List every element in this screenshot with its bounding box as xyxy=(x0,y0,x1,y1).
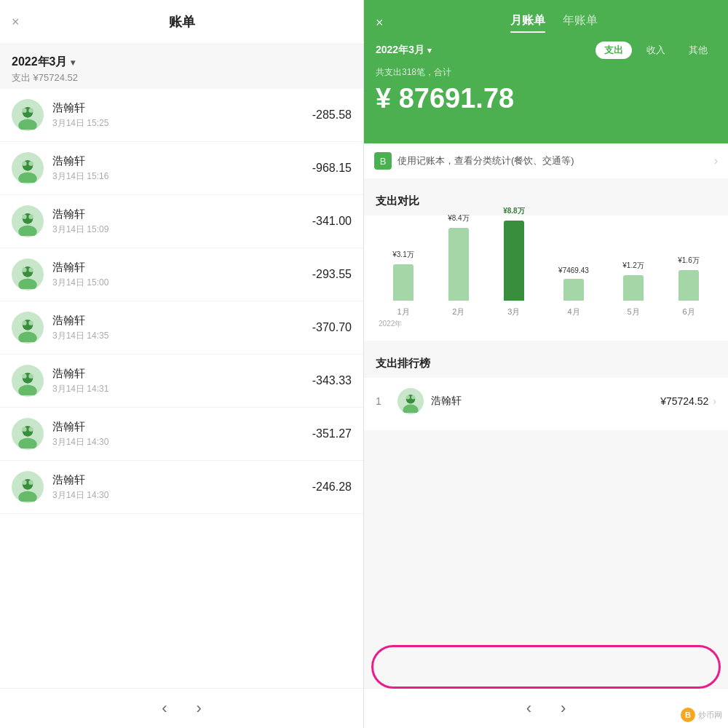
left-panel: × 账单 2022年3月 ▾ 支出 ¥75724.52 浩翰轩 3月14日 15… xyxy=(0,0,364,728)
watermark: B 炒币网 xyxy=(681,708,722,722)
bar-label-bottom-1: 2月 xyxy=(452,306,464,317)
left-nav-next[interactable]: › xyxy=(197,699,202,718)
tx-avatar-0 xyxy=(12,99,44,131)
tx-name-4: 浩翰轩 xyxy=(52,314,312,328)
bar-label-top-1: ¥8.4万 xyxy=(448,213,469,223)
tx-info-7: 浩翰轩 3月14日 14:30 xyxy=(52,473,312,502)
bar-label-top-0: ¥3.1万 xyxy=(392,250,414,260)
tx-avatar-5 xyxy=(12,365,44,397)
chart-area: ¥3.1万1月¥8.4万2月¥8.8万3月¥7469.434月¥1.2万5月¥1… xyxy=(364,215,728,341)
transaction-item-0[interactable]: 浩翰轩 3月14日 15:25 -285.58 xyxy=(0,89,363,142)
tx-time-7: 3月14日 14:30 xyxy=(52,489,312,502)
svg-point-43 xyxy=(406,395,410,399)
right-nav-next[interactable]: › xyxy=(561,699,566,718)
bar-label-bottom-3: 4月 xyxy=(567,306,579,317)
right-nav: ‹ › xyxy=(364,688,728,728)
right-top-bar: × 月账单 年账单 xyxy=(364,0,728,33)
section-expense-compare: 支出对比 xyxy=(364,184,728,215)
svg-point-8 xyxy=(22,161,26,165)
right-body: B 使用记账本，查看分类统计(餐饮、交通等) › 支出对比 ¥3.1万1月¥8.… xyxy=(364,143,728,688)
bar-4 xyxy=(623,275,644,301)
bar-0 xyxy=(393,264,414,301)
right-panel: × 月账单 年账单 2022年3月 ▾ 支出 收入 其他 共支出318笔，合计 … xyxy=(364,0,728,728)
bar-5 xyxy=(678,270,699,301)
left-transaction-list: 浩翰轩 3月14日 15:25 -285.58 浩翰轩 3月14日 15:16 … xyxy=(0,89,363,688)
filter-tags: 支出 收入 其他 xyxy=(596,41,716,59)
section-ranking: 支出排行榜 xyxy=(364,347,728,378)
rank-amount-1: ¥75724.52 xyxy=(660,395,708,407)
tx-info-6: 浩翰轩 3月14日 14:30 xyxy=(52,420,312,448)
left-month-row[interactable]: 2022年3月 ▾ xyxy=(12,55,352,70)
svg-point-4 xyxy=(28,108,33,112)
svg-point-38 xyxy=(22,480,26,484)
right-total-amount: ¥ 87691.78 xyxy=(364,79,728,126)
svg-point-14 xyxy=(28,214,33,218)
chart-bar-group-1[interactable]: ¥8.4万2月 xyxy=(448,213,469,317)
tx-info-2: 浩翰轩 3月14日 15:09 xyxy=(52,207,312,236)
tx-name-5: 浩翰轩 xyxy=(52,367,312,381)
right-tab-row: 月账单 年账单 xyxy=(392,13,716,33)
bar-label-top-2: ¥8.8万 xyxy=(503,206,524,216)
chart-bar-group-0[interactable]: ¥3.1万1月 xyxy=(392,250,414,317)
rank-avatar-1 xyxy=(397,388,424,414)
tx-avatar-4 xyxy=(12,312,44,344)
svg-point-19 xyxy=(28,267,33,272)
tx-info-3: 浩翰轩 3月14日 15:00 xyxy=(52,261,312,289)
tx-amount-5: -343.33 xyxy=(312,374,352,387)
transaction-item-6[interactable]: 浩翰轩 3月14日 14:30 -351.27 xyxy=(0,408,363,461)
notebook-banner[interactable]: B 使用记账本，查看分类统计(餐饮、交通等) › xyxy=(364,143,728,178)
tx-time-0: 3月14日 15:25 xyxy=(52,117,312,130)
left-close-button[interactable]: × xyxy=(12,15,20,30)
right-nav-prev[interactable]: ‹ xyxy=(526,699,531,718)
tx-time-1: 3月14日 15:16 xyxy=(52,170,312,183)
tx-amount-7: -246.28 xyxy=(312,480,352,494)
chart-bar-group-2[interactable]: ¥8.8万3月 xyxy=(503,206,524,317)
bar-label-bottom-2: 3月 xyxy=(507,306,520,317)
transaction-item-5[interactable]: 浩翰轩 3月14日 14:31 -343.33 xyxy=(0,355,363,408)
tab-yearly[interactable]: 年账单 xyxy=(563,13,598,33)
transaction-item-2[interactable]: 浩翰轩 3月14日 15:09 -341.00 xyxy=(0,195,363,248)
chart-bar-group-4[interactable]: ¥1.2万5月 xyxy=(622,261,644,317)
tx-info-0: 浩翰轩 3月14日 15:25 xyxy=(52,101,312,130)
tab-monthly[interactable]: 月账单 xyxy=(510,13,545,33)
bar-label-bottom-5: 6月 xyxy=(682,306,695,317)
transaction-item-3[interactable]: 浩翰轩 3月14日 15:00 -293.55 xyxy=(0,248,363,301)
tx-name-0: 浩翰轩 xyxy=(52,101,312,115)
transaction-item-1[interactable]: 浩翰轩 3月14日 15:16 -968.15 xyxy=(0,142,363,195)
tx-name-6: 浩翰轩 xyxy=(52,420,312,434)
tx-time-4: 3月14日 14:35 xyxy=(52,330,312,342)
tx-avatar-2 xyxy=(12,205,44,237)
notebook-text: 使用记账本，查看分类统计(餐饮、交通等) xyxy=(397,154,714,167)
right-close-button[interactable]: × xyxy=(376,15,384,31)
svg-point-44 xyxy=(411,395,415,399)
left-title: 账单 xyxy=(169,13,195,31)
tx-amount-2: -341.00 xyxy=(312,215,352,228)
left-nav-prev[interactable]: ‹ xyxy=(162,699,167,718)
bar-label-top-3: ¥7469.43 xyxy=(558,266,589,274)
right-summary-text: 共支出318笔，合计 xyxy=(364,59,728,79)
tx-name-3: 浩翰轩 xyxy=(52,261,312,274)
transaction-item-7[interactable]: 浩翰轩 3月14日 14:30 -246.28 xyxy=(0,461,363,514)
chart-bar-group-5[interactable]: ¥1.6万6月 xyxy=(678,256,699,317)
tx-avatar-1 xyxy=(12,152,44,184)
tx-name-7: 浩翰轩 xyxy=(52,473,312,487)
chart-bar-group-3[interactable]: ¥7469.434月 xyxy=(558,266,589,317)
svg-point-13 xyxy=(22,214,26,218)
tx-name-1: 浩翰轩 xyxy=(52,154,312,168)
ranking-item-1[interactable]: 1 浩翰轩 ¥75724.52 › xyxy=(364,378,728,424)
svg-point-34 xyxy=(28,427,33,431)
filter-expense[interactable]: 支出 xyxy=(596,41,632,59)
filter-income[interactable]: 收入 xyxy=(638,41,674,59)
left-month-summary: 支出 ¥75724.52 xyxy=(12,71,352,84)
notebook-icon: B xyxy=(374,152,392,170)
filter-other[interactable]: 其他 xyxy=(680,41,716,59)
svg-point-24 xyxy=(28,320,33,325)
tx-time-3: 3月14日 15:00 xyxy=(52,277,312,289)
right-month-select[interactable]: 2022年3月 ▾ xyxy=(376,44,432,57)
tx-amount-1: -968.15 xyxy=(312,162,352,175)
left-month-label: 2022年3月 xyxy=(12,55,68,70)
bar-label-bottom-4: 5月 xyxy=(627,306,639,317)
transaction-item-4[interactable]: 浩翰轩 3月14日 14:35 -370.70 xyxy=(0,301,363,355)
svg-point-29 xyxy=(28,373,33,378)
bar-label-top-4: ¥1.2万 xyxy=(622,261,644,271)
